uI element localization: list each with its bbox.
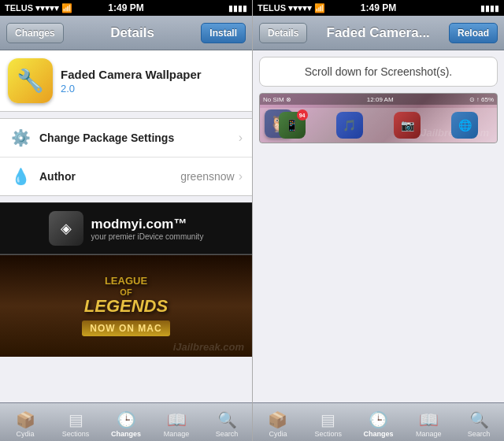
right-nav-title: Faded Camera... [307, 25, 449, 41]
left-status-left: TELUS ▾▾▾▾▾ 📶 [5, 3, 72, 13]
dock-icon-3-glyph: 📷 [401, 119, 414, 132]
league-title: LEAGUE of LEGENDS [84, 276, 168, 316]
league-cta: Now on Mac [82, 321, 169, 336]
manage-icon-right: 📖 [419, 410, 439, 429]
left-time: 1:49 PM [108, 2, 143, 13]
wifi-icon: 📶 [61, 3, 72, 13]
tab-search-label-left: Search [216, 430, 239, 438]
battery-icon-right: ▮▮▮▮ [480, 4, 499, 13]
tab-cydia-label-left: Cydia [16, 430, 34, 438]
search-icon-right: 🔍 [469, 410, 489, 429]
changes-icon-right: 🕒 [369, 410, 388, 429]
left-panel: TELUS ▾▾▾▾▾ 📶 1:49 PM ▮▮▮▮ Changes Detai… [0, 0, 252, 441]
screenshot-area: No SIM ⊗ 12:09 AM ⊙ ↑ 65% 🦉 iJailbreak.c… [259, 93, 498, 143]
back-button-right[interactable]: Details [259, 23, 307, 43]
author-label: Author [39, 170, 180, 183]
dock-icon-1: 📱 94 [279, 112, 306, 139]
sections-icon-right: ▤ [321, 410, 335, 429]
tab-manage-left[interactable]: 📖 Manage [151, 403, 202, 441]
tab-sections-left[interactable]: ▤ Sections [50, 403, 101, 441]
scroll-message: Scroll down for Screenshot(s). [259, 57, 498, 87]
wifi-icon-right: 📶 [314, 3, 325, 13]
right-nav-bar: Details Faded Camera... Reload [253, 16, 504, 50]
chevron-right-icon: › [239, 131, 243, 145]
left-content: 🔧 Faded Camera Wallpaper 2.0 ⚙️ Change P… [0, 50, 252, 402]
reload-button[interactable]: Reload [449, 23, 498, 43]
right-status-bar: TELUS ▾▾▾▾▾ 📶 1:49 PM ▮▮▮▮ [253, 0, 504, 16]
signal-icon: ▾▾▾▾▾ [35, 3, 59, 13]
modmy-text: modmyi.com™ your premier iDevice communi… [91, 217, 204, 241]
tab-search-right[interactable]: 🔍 Search [454, 403, 504, 441]
author-icon: 💧 [9, 165, 32, 187]
dock-badge: 94 [297, 109, 308, 120]
app-icon: 🔧 [8, 58, 53, 103]
modmy-logo: ◈ [49, 211, 83, 246]
league-of: LEAGUE of [84, 276, 168, 296]
dock-icon-1-glyph: 📱 [285, 119, 298, 132]
right-panel: TELUS ▾▾▾▾▾ 📶 1:49 PM ▮▮▮▮ Details Faded… [252, 0, 504, 441]
package-settings-icon: ⚙️ [9, 127, 32, 149]
author-value: greensnow [180, 170, 235, 183]
watermark-left: iJailbreak.com [173, 341, 244, 353]
tab-search-left[interactable]: 🔍 Search [202, 403, 252, 441]
settings-row-author[interactable]: 💧 Author greensnow › [0, 158, 252, 195]
cydia-icon: 📦 [16, 410, 35, 429]
left-status-bar: TELUS ▾▾▾▾▾ 📶 1:49 PM ▮▮▮▮ [0, 0, 252, 16]
settings-group: ⚙️ Change Package Settings › 💧 Author gr… [0, 118, 252, 196]
app-header: 🔧 Faded Camera Wallpaper 2.0 [0, 50, 252, 112]
dock-icon-3: 📷 [394, 112, 421, 139]
tab-changes-right[interactable]: 🕒 Changes [354, 403, 404, 441]
search-icon-left: 🔍 [217, 410, 237, 429]
tab-sections-label-right: Sections [314, 430, 342, 438]
inner-status-bar: No SIM ⊗ 12:09 AM ⊙ ↑ 65% [260, 94, 497, 105]
chevron-right-icon-2: › [239, 169, 243, 183]
inner-battery: ⊙ ↑ 65% [469, 96, 494, 103]
cydia-icon-right: 📦 [268, 410, 287, 429]
left-tab-bar: 📦 Cydia ▤ Sections 🕒 Changes 📖 Manage 🔍 … [0, 402, 252, 441]
install-button[interactable]: Install [201, 23, 246, 43]
modmy-icon: ◈ [61, 220, 72, 237]
signal-icon-right: ▾▾▾▾▾ [288, 3, 312, 13]
inner-carrier: No SIM ⊗ [263, 96, 291, 103]
carrier-right: TELUS [258, 3, 286, 13]
tab-cydia-label-right: Cydia [269, 430, 287, 438]
ad-banner[interactable]: ◈ modmyi.com™ your premier iDevice commu… [0, 202, 252, 254]
tab-sections-label-left: Sections [62, 430, 90, 438]
package-settings-label: Change Package Settings [39, 132, 239, 144]
app-version: 2.0 [61, 83, 202, 94]
inner-time: 12:09 AM [367, 96, 394, 103]
left-nav-title: Details [64, 25, 202, 41]
sections-icon-left: ▤ [69, 410, 83, 429]
back-button-left[interactable]: Changes [6, 23, 64, 43]
tab-changes-label-left: Changes [111, 430, 141, 438]
modmy-title: modmyi.com™ [91, 217, 204, 232]
tab-manage-label-left: Manage [164, 430, 190, 438]
changes-icon-left: 🕒 [117, 410, 136, 429]
tab-sections-right[interactable]: ▤ Sections [303, 403, 354, 441]
dock-icon-2-glyph: 🎵 [343, 119, 356, 132]
right-time: 1:49 PM [361, 2, 396, 13]
right-status-left: TELUS ▾▾▾▾▾ 📶 [258, 3, 325, 13]
dock-icon-4-glyph: 🌐 [458, 119, 472, 132]
tab-manage-right[interactable]: 📖 Manage [403, 403, 454, 441]
settings-row-package[interactable]: ⚙️ Change Package Settings › [0, 119, 252, 158]
tab-search-label-right: Search [468, 430, 491, 438]
dock-icon-2: 🎵 [336, 112, 363, 139]
right-tab-bar: 📦 Cydia ▤ Sections 🕒 Changes 📖 Manage 🔍 … [253, 402, 504, 441]
dock-icon-4: 🌐 [451, 112, 478, 139]
tab-changes-label-right: Changes [363, 430, 393, 438]
tab-changes-left[interactable]: 🕒 Changes [101, 403, 151, 441]
app-name: Faded Camera Wallpaper [61, 68, 202, 81]
inner-dock: 📱 94 🎵 📷 🌐 [260, 108, 497, 143]
manage-icon-left: 📖 [167, 410, 187, 429]
right-content: Scroll down for Screenshot(s). No SIM ⊗ … [253, 50, 504, 402]
battery-icon: ▮▮▮▮ [228, 4, 247, 13]
right-status-right: ▮▮▮▮ [480, 4, 499, 13]
tab-cydia-right[interactable]: 📦 Cydia [253, 403, 303, 441]
left-status-right: ▮▮▮▮ [228, 4, 247, 13]
league-banner[interactable]: LEAGUE of LEGENDS Now on Mac iJailbreak.… [0, 254, 252, 357]
tab-cydia-left[interactable]: 📦 Cydia [0, 403, 50, 441]
carrier-left: TELUS [5, 3, 33, 13]
tab-manage-label-right: Manage [416, 430, 442, 438]
modmy-sub: your premier iDevice community [91, 232, 204, 241]
